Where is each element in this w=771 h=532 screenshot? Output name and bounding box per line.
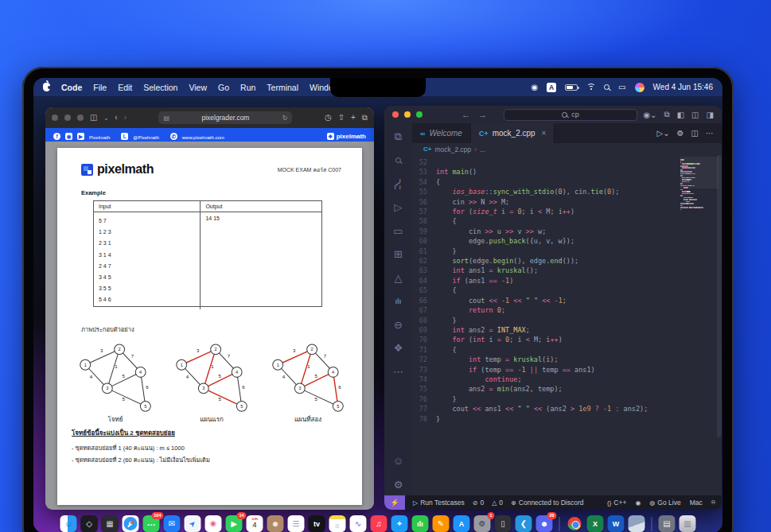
dock-app-store[interactable]: A	[454, 515, 470, 532]
status-warnings[interactable]: △0	[492, 499, 503, 507]
back-icon[interactable]: ‹	[115, 114, 117, 122]
dock-music[interactable]: ♫	[371, 515, 387, 532]
search-icon[interactable]	[391, 154, 406, 167]
menu-selection[interactable]: Selection	[143, 83, 177, 92]
input-source-icon[interactable]: A	[547, 83, 556, 92]
dock-finder[interactable]: ☺	[60, 515, 77, 532]
dock-chrome[interactable]	[567, 515, 583, 532]
new-tab-icon[interactable]: +	[351, 114, 356, 122]
status-language-mode[interactable]: {}C++	[607, 499, 626, 507]
account-icon[interactable]: ☺	[391, 455, 406, 468]
dock-game-cube[interactable]: ◇	[81, 515, 98, 532]
status-discord-status[interactable]: ⊕Connected to Discord	[511, 499, 583, 507]
dock-contacts[interactable]: ☻	[267, 515, 284, 532]
more-actions-icon[interactable]: ⋯	[706, 129, 714, 138]
dock-numbers[interactable]: ılı	[412, 515, 429, 532]
address-bar[interactable]: ▤ pixelgrader.com ↻	[158, 111, 292, 124]
dock-word[interactable]: W	[608, 515, 625, 532]
dock-launchpad[interactable]: ▦	[102, 515, 119, 532]
zoom-button[interactable]	[77, 115, 84, 121]
extensions-icon[interactable]: ⊞	[391, 248, 406, 261]
line-icon[interactable]: L	[121, 133, 128, 140]
minimize-button[interactable]	[64, 115, 71, 121]
dock-system-settings[interactable]: ⚙1	[474, 515, 491, 532]
control-center-icon[interactable]: ▭	[618, 83, 625, 91]
customize-layout-icon[interactable]: ⧉	[664, 110, 670, 119]
remote-indicator[interactable]: ⚡	[384, 495, 405, 510]
close-button[interactable]	[392, 111, 399, 118]
testing-icon[interactable]: △	[391, 271, 406, 284]
sidebar-icon[interactable]: ◫	[90, 114, 97, 122]
tab-overview-icon[interactable]: ⧉	[362, 114, 368, 122]
youtube-icon[interactable]: ▶	[77, 133, 84, 140]
dock-iphone-mirroring[interactable]: ▯	[495, 515, 512, 532]
dock-calendar[interactable]: JUN4	[247, 515, 263, 532]
menu-terminal[interactable]: Terminal	[267, 83, 298, 92]
reload-icon[interactable]: ↻	[282, 115, 288, 122]
breadcrumb[interactable]: C+ mock_2.cpp › ...	[412, 143, 722, 155]
copilot-icon[interactable]: ◉⌄	[643, 111, 656, 119]
forward-icon[interactable]: →	[478, 110, 487, 119]
menu-file[interactable]: File	[93, 83, 107, 92]
zoom-button[interactable]	[416, 111, 422, 118]
dock-trash[interactable]: ▥	[679, 515, 696, 532]
siri-icon[interactable]	[635, 83, 644, 92]
menu-code[interactable]: Code	[61, 83, 82, 92]
dock-photos[interactable]: ❀	[205, 515, 222, 532]
split-editor-icon[interactable]: ◫	[691, 129, 699, 138]
chevron-down-icon[interactable]: ⌄	[103, 115, 108, 121]
tab-welcome[interactable]: ∞ Welcome	[412, 123, 471, 143]
dock-discord[interactable]: ☻28	[536, 515, 553, 532]
remote-explorer-icon[interactable]: ▭	[391, 224, 406, 237]
status-copilot[interactable]: ◉	[635, 499, 641, 507]
more-icon[interactable]: ⋯	[391, 365, 406, 378]
command-search-bar[interactable]: cp	[504, 109, 637, 121]
forward-icon[interactable]: ›	[124, 114, 127, 122]
chart-icon[interactable]: ılı	[391, 295, 406, 308]
dock-facetime[interactable]: ▶14	[226, 515, 243, 532]
explorer-icon[interactable]: ⧉	[391, 130, 406, 143]
menu-edit[interactable]: Edit	[118, 83, 132, 92]
wifi-icon[interactable]	[586, 83, 595, 91]
database-icon[interactable]: ⊖	[391, 318, 406, 331]
minimize-button[interactable]	[404, 111, 411, 118]
back-icon[interactable]: ←	[461, 110, 470, 119]
status-go-live[interactable]: ◍Go Live	[649, 499, 680, 507]
facebook-icon[interactable]: f	[53, 133, 60, 140]
dock-mail[interactable]: ✉	[164, 515, 181, 532]
instagram-icon[interactable]: ◉	[65, 133, 72, 140]
dock-vscode[interactable]: ❮	[516, 515, 532, 532]
dock-notes[interactable]: ≡	[329, 515, 346, 532]
dock-reminders[interactable]: ☰	[288, 515, 305, 532]
settings-gear-icon[interactable]: ⚙	[391, 478, 406, 491]
close-tab-icon[interactable]: ×	[542, 129, 547, 138]
minimap[interactable]	[680, 157, 714, 211]
dock-pages[interactable]: ✎	[433, 515, 450, 532]
status-mac-profile[interactable]: Mac	[690, 499, 703, 507]
tab-mock2-cpp[interactable]: C+ mock_2.cpp ×	[471, 123, 555, 143]
spotlight-icon[interactable]	[604, 84, 609, 90]
dock-messages[interactable]: …104	[143, 515, 160, 532]
dock-keynote[interactable]: ✦	[391, 515, 408, 532]
dock-minimized-window[interactable]	[629, 515, 645, 532]
apple-menu-icon[interactable]	[43, 83, 50, 91]
status-notifications[interactable]: ⍾	[711, 499, 715, 507]
code-editor[interactable]: 5253int main()54{55 ios_base::sync_with_…	[412, 155, 722, 495]
menu-view[interactable]: View	[189, 83, 207, 92]
toggle-secondary-sidebar-icon[interactable]: ◨	[707, 111, 714, 119]
globe-icon[interactable]: ✆	[170, 133, 177, 140]
run-debug-icon[interactable]: ▷	[391, 201, 406, 214]
dock-safari[interactable]	[123, 515, 139, 532]
dock-downloads-stack[interactable]: ▤	[659, 515, 676, 532]
dock-excel[interactable]: X	[587, 515, 604, 532]
layers-icon[interactable]: ❖	[391, 342, 406, 355]
toggle-sidebar-icon[interactable]: ◧	[677, 111, 684, 119]
status-errors[interactable]: ⊘0	[473, 499, 484, 507]
toggle-panel-icon[interactable]: ◫	[691, 111, 699, 119]
close-button[interactable]	[52, 115, 58, 121]
dock-maps[interactable]: ➤	[185, 515, 201, 532]
settings-gear-icon[interactable]: ⚙	[677, 129, 684, 138]
menu-go[interactable]: Go	[218, 83, 229, 92]
status-run-testcases[interactable]: ▷Run Testcases	[413, 499, 465, 507]
menu-clock[interactable]: Wed 4 Jun 15:46	[653, 83, 713, 91]
